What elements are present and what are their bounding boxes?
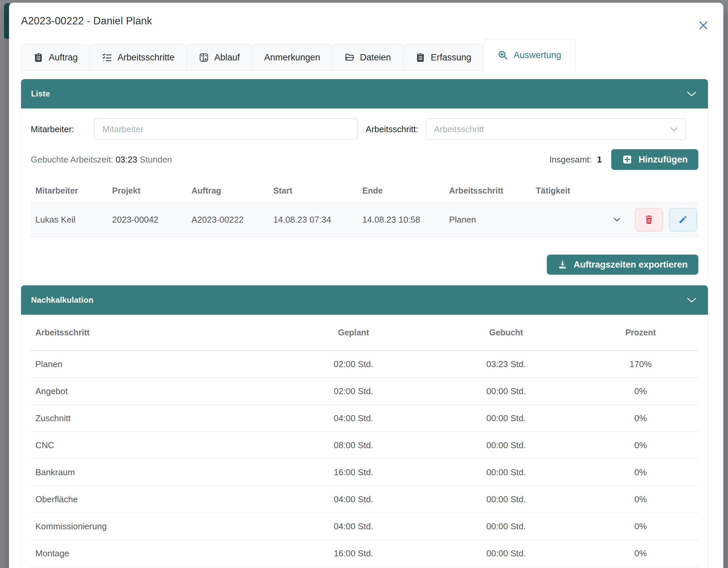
tab-auftrag[interactable]: Auftrag <box>21 44 90 71</box>
arbeitsschritt-select[interactable]: Arbeitsschritt <box>426 118 686 140</box>
cell-arbeitsschritt: Planen <box>444 215 531 225</box>
cell-prozent: 0% <box>583 386 698 396</box>
column-header-mitarbeiter: Mitarbeiter <box>31 186 107 196</box>
page-title: A2023-00222 - Daniel Plank <box>21 15 708 27</box>
chevron-down-icon <box>614 218 620 222</box>
tab-bar: Auftrag Arbeitsschritte Ablauf Anmerkung… <box>21 39 708 71</box>
column-header-arbeitsschritt: Arbeitsschritt <box>31 328 278 337</box>
booked-time-suffix: Stunden <box>140 155 172 165</box>
filter-row: Mitarbeiter: Arbeitsschritt: Arbeitsschr… <box>31 118 698 140</box>
tab-auswertung[interactable]: Auswertung <box>483 39 576 71</box>
cell-start: 14.08.23 07:34 <box>269 215 358 225</box>
column-header-projekt: Projekt <box>107 186 187 196</box>
table-row: Kommissionierung 04:00 Std. 00:00 Std. 0… <box>31 513 698 540</box>
export-button[interactable]: Auftragszeiten exportieren <box>547 255 698 275</box>
table-row: Zuschnitt 04:00 Std. 00:00 Std. 0% <box>31 405 698 432</box>
table-row: Lukas Keil 2023-00042 A2023-00222 14.08.… <box>31 203 698 237</box>
bookings-table: Mitarbeiter Projekt Auftrag Start Ende A… <box>31 179 698 237</box>
add-button[interactable]: Hinzufügen <box>611 149 698 170</box>
cell-auftrag: A2023-00222 <box>187 215 269 225</box>
checklist-icon <box>102 52 112 62</box>
nachkalkulation-card: Nachkalkulation Arbeitsschritt Geplant G… <box>21 285 708 568</box>
column-header-geplant: Geplant <box>278 328 429 337</box>
cell-prozent: 0% <box>583 548 698 559</box>
cell-geplant: 16:00 Std. <box>278 548 429 559</box>
add-button-label: Hinzufügen <box>639 155 688 165</box>
cell-gebucht: 03:23 Std. <box>429 359 583 369</box>
table-row: Angebot 02:00 Std. 00:00 Std. 0% <box>31 378 698 405</box>
tab-dateien[interactable]: Dateien <box>332 44 403 71</box>
cell-arbeitsschritt: Bankraum <box>31 467 278 478</box>
bookings-table-header: Mitarbeiter Projekt Auftrag Start Ende A… <box>31 179 698 203</box>
chevron-down-icon <box>687 297 697 303</box>
chevron-down-icon <box>687 91 697 97</box>
column-header-start: Start <box>269 186 358 196</box>
cell-prozent: 170% <box>583 359 698 369</box>
cell-prozent: 0% <box>583 494 698 505</box>
arbeitsschritt-select-placeholder: Arbeitsschritt <box>434 124 484 134</box>
nachkalkulation-card-title: Nachkalkulation <box>31 295 93 305</box>
cell-mitarbeiter: Lukas Keil <box>31 215 107 225</box>
column-header-auftrag: Auftrag <box>187 186 269 196</box>
liste-card-header[interactable]: Liste <box>21 79 708 108</box>
tab-label: Anmerkungen <box>264 52 320 63</box>
cell-gebucht: 00:00 Std. <box>429 386 583 396</box>
table-row: Bankraum 16:00 Std. 00:00 Std. 0% <box>31 459 698 486</box>
close-button[interactable] <box>697 19 710 32</box>
cell-projekt: 2023-00042 <box>107 215 187 225</box>
cell-arbeitsschritt: Zuschnitt <box>31 413 278 423</box>
column-header-prozent: Prozent <box>583 328 698 337</box>
cell-prozent: 0% <box>583 413 698 423</box>
column-header-taetigkeit: Tätigkeit <box>531 186 592 196</box>
booked-time-value: 03:23 <box>115 155 137 165</box>
cell-prozent: 0% <box>583 467 698 478</box>
booked-time: Gebuchte Arbeitszeit: 03:23 Stunden <box>31 155 172 165</box>
liste-card-title: Liste <box>31 89 50 98</box>
table-row: CNC 08:00 Std. 00:00 Std. 0% <box>31 432 698 459</box>
cell-geplant: 04:00 Std. <box>278 494 429 505</box>
tab-label: Erfassung <box>431 52 471 63</box>
table-row: Planen 02:00 Std. 03:23 Std. 170% <box>31 351 698 378</box>
export-button-label: Auftragszeiten exportieren <box>574 260 688 270</box>
workflow-icon <box>199 52 209 62</box>
total-value: 1 <box>597 155 602 165</box>
zoom-in-icon <box>497 50 508 60</box>
column-header-ende: Ende <box>358 186 444 196</box>
cell-gebucht: 00:00 Std. <box>429 548 583 559</box>
booked-time-label: Gebuchte Arbeitszeit: <box>31 155 113 165</box>
tab-ablauf[interactable]: Ablauf <box>187 44 252 71</box>
arbeitsschritt-filter-label: Arbeitsschritt: <box>366 124 418 134</box>
cell-geplant: 02:00 Std. <box>278 386 429 396</box>
cell-arbeitsschritt: Oberfläche <box>31 494 278 505</box>
mitarbeiter-input[interactable] <box>94 118 358 140</box>
table-row: Montage 16:00 Std. 00:00 Std. 0% <box>31 540 698 567</box>
edit-row-button[interactable] <box>669 208 697 231</box>
counts-row: Gebuchte Arbeitszeit: 03:23 Stunden Insg… <box>31 149 698 170</box>
cell-arbeitsschritt: Kommissionierung <box>31 521 278 532</box>
cell-prozent: 0% <box>583 521 698 532</box>
cell-arbeitsschritt: CNC <box>31 440 278 451</box>
row-arbeitsschritt-dropdown[interactable] <box>614 218 620 222</box>
plus-square-icon <box>622 154 633 165</box>
cell-gebucht: 00:00 Std. <box>429 521 583 532</box>
cell-ende: 14.08.23 10:58 <box>358 215 444 225</box>
cell-geplant: 16:00 Std. <box>278 467 429 478</box>
tab-label: Dateien <box>360 52 391 63</box>
tab-label: Arbeitsschritte <box>117 52 174 63</box>
trash-icon <box>644 214 654 225</box>
cell-geplant: 04:00 Std. <box>278 413 429 423</box>
tab-erfassung[interactable]: Erfassung <box>403 44 484 71</box>
tab-arbeitsschritte[interactable]: Arbeitsschritte <box>90 44 187 71</box>
cell-gebucht: 00:00 Std. <box>429 440 583 451</box>
cell-gebucht: 00:00 Std. <box>429 494 583 505</box>
liste-card: Liste Mitarbeiter: Arbeitsschritt: Arbei… <box>21 79 708 282</box>
tab-label: Ablauf <box>214 52 240 63</box>
cell-gebucht: 00:00 Std. <box>429 413 583 423</box>
tab-anmerkungen[interactable]: Anmerkungen <box>252 44 333 71</box>
nachkalkulation-card-header[interactable]: Nachkalkulation <box>21 285 708 315</box>
download-icon <box>558 260 568 270</box>
delete-row-button[interactable] <box>635 208 663 231</box>
cell-arbeitsschritt: Angebot <box>31 386 278 396</box>
close-icon <box>698 20 709 31</box>
clipboard-icon <box>33 52 43 62</box>
